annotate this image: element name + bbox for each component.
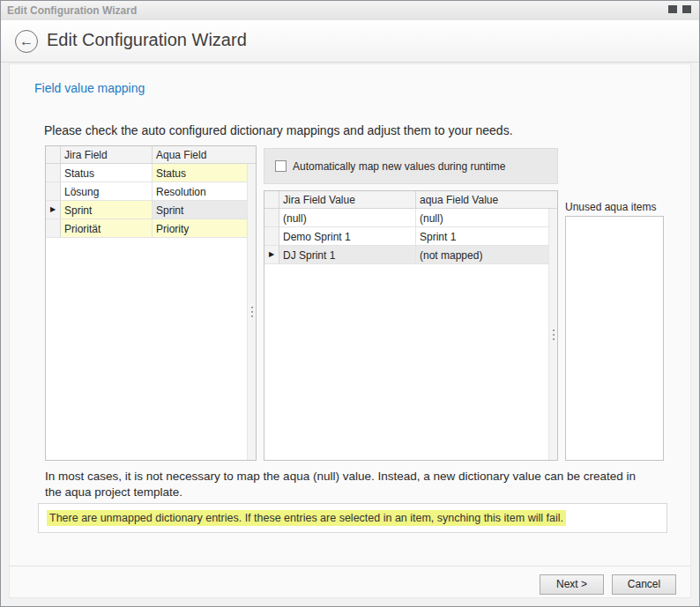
value-table-header: Jira Field Value aqua Field Value xyxy=(264,191,557,209)
page-title: Edit Configuration Wizard xyxy=(47,30,247,50)
warning-text: There are unmapped dictionary entries. I… xyxy=(47,510,566,526)
table-cell[interactable]: (null) xyxy=(416,209,557,227)
minimize-icon[interactable] xyxy=(668,5,677,13)
window-controls xyxy=(668,5,691,13)
next-button[interactable]: Next > xyxy=(540,574,604,595)
unused-aqua-items-label: Unused aqua items xyxy=(565,201,656,213)
table-cell[interactable]: Priority xyxy=(153,219,256,238)
table-row[interactable]: Demo Sprint 1 Sprint 1 xyxy=(264,227,557,246)
warning-box: There are unmapped dictionary entries. I… xyxy=(38,503,667,533)
table-row[interactable]: (null) (null) xyxy=(264,209,557,227)
footer-divider xyxy=(10,566,690,566)
table-row-selected[interactable]: ▶ DJ Sprint 1 (not mapped) xyxy=(264,246,557,264)
table-cell[interactable]: Priorität xyxy=(61,219,153,238)
row-selector[interactable]: ▶ xyxy=(264,246,279,264)
runtime-map-checkbox-label: Automatically map new values during runt… xyxy=(293,160,505,173)
runtime-map-checkbox[interactable] xyxy=(275,160,287,172)
window-title: Edit Configuration Wizard xyxy=(7,4,137,17)
cancel-button[interactable]: Cancel xyxy=(612,574,676,595)
row-selector[interactable] xyxy=(264,209,279,227)
table-cell[interactable]: Sprint xyxy=(61,201,153,219)
close-icon[interactable] xyxy=(682,5,691,13)
column-header-aqua-field-value[interactable]: aqua Field Value xyxy=(416,191,557,209)
field-mapping-table: Jira Field Aqua Field Status Status Lösu… xyxy=(45,145,257,461)
value-mapping-table: Jira Field Value aqua Field Value (null)… xyxy=(264,190,558,461)
table-cell[interactable]: Status xyxy=(153,164,256,182)
table-row[interactable]: Status Status xyxy=(46,164,256,182)
section-title: Field value mapping xyxy=(34,81,145,95)
table-cell[interactable]: Resolution xyxy=(153,182,256,201)
table-cell[interactable]: Lösung xyxy=(61,182,153,201)
column-header-aqua-field[interactable]: Aqua Field xyxy=(153,146,256,164)
runtime-option-panel: Automatically map new values during runt… xyxy=(264,148,558,184)
edit-configuration-wizard-window: Edit Configuration Wizard ← Edit Configu… xyxy=(0,0,700,607)
row-selector[interactable]: ▶ xyxy=(46,201,61,219)
field-table-header: Jira Field Aqua Field xyxy=(46,146,256,164)
table-row-selected[interactable]: ▶ Sprint Sprint xyxy=(46,201,256,219)
column-header-jira-field-value[interactable]: Jira Field Value xyxy=(279,191,416,209)
vertical-scrollbar[interactable] xyxy=(548,209,557,460)
row-selector-header xyxy=(46,146,61,164)
table-row[interactable]: Lösung Resolution xyxy=(46,182,256,201)
table-cell[interactable]: DJ Sprint 1 xyxy=(279,246,416,264)
row-selector[interactable] xyxy=(46,182,61,201)
current-row-icon: ▶ xyxy=(50,206,56,213)
table-cell[interactable]: Status xyxy=(61,164,153,182)
table-cell[interactable]: Sprint 1 xyxy=(416,227,557,246)
title-bar: Edit Configuration Wizard xyxy=(1,1,699,20)
note-text: In most cases, it is not necessary to ma… xyxy=(45,469,653,500)
table-cell[interactable]: Demo Sprint 1 xyxy=(279,227,416,246)
row-selector[interactable] xyxy=(46,164,61,182)
instruction-text: Please check the auto configured diction… xyxy=(44,123,513,137)
table-cell[interactable]: Sprint xyxy=(153,201,256,219)
row-selector-header xyxy=(264,191,279,209)
table-cell[interactable]: (not mapped) xyxy=(416,246,557,264)
row-selector[interactable] xyxy=(264,227,279,246)
column-header-jira-field[interactable]: Jira Field xyxy=(61,146,153,164)
table-cell[interactable]: (null) xyxy=(279,209,416,227)
back-arrow-icon: ← xyxy=(19,33,34,49)
back-button[interactable]: ← xyxy=(15,30,38,53)
unused-aqua-items-list[interactable] xyxy=(565,216,664,461)
row-selector[interactable] xyxy=(46,219,61,238)
vertical-scrollbar[interactable] xyxy=(247,164,256,460)
current-row-icon: ▶ xyxy=(269,251,274,258)
table-row[interactable]: Priorität Priority xyxy=(46,219,256,238)
